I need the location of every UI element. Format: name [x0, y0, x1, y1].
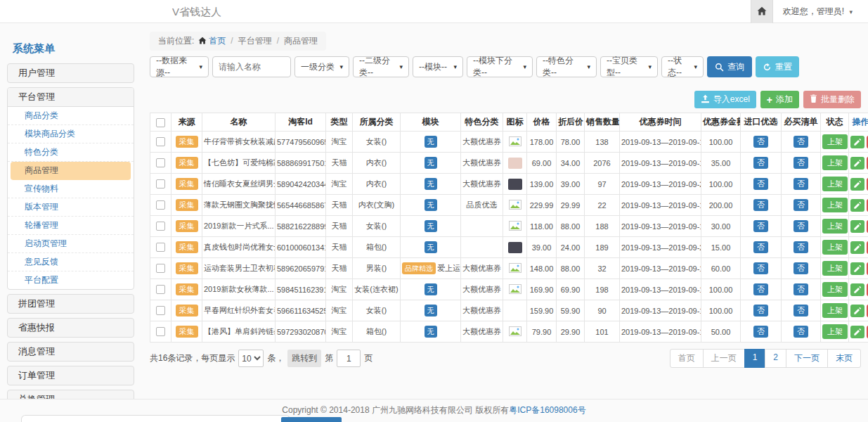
- edit-button[interactable]: [850, 199, 864, 212]
- sidebar-item-特色分类[interactable]: 特色分类: [8, 143, 134, 162]
- product-category: 女装(): [353, 216, 401, 237]
- select-all-checkbox[interactable]: [156, 118, 165, 127]
- import-select-toggle[interactable]: 否: [753, 262, 768, 274]
- import-select-toggle[interactable]: 否: [753, 178, 768, 190]
- row-checkbox[interactable]: [156, 327, 165, 336]
- row-checkbox[interactable]: [156, 222, 165, 231]
- edit-button[interactable]: [850, 220, 864, 233]
- jump-page-input[interactable]: [337, 350, 361, 367]
- sidebar-item-轮播管理[interactable]: 轮播管理: [8, 217, 134, 235]
- status-cell: 上架: [821, 279, 849, 300]
- status-button[interactable]: 上架: [822, 240, 848, 255]
- feature-category-select[interactable]: --特色分类--▾: [536, 56, 597, 77]
- row-checkbox[interactable]: [156, 158, 165, 167]
- must-buy-toggle[interactable]: 否: [793, 305, 808, 316]
- row-checkbox[interactable]: [156, 137, 165, 146]
- data-source-select[interactable]: --数据来源--▾: [150, 56, 209, 77]
- pager-2[interactable]: 2: [765, 349, 786, 368]
- sidebar-group-用户管理[interactable]: 用户管理: [7, 63, 134, 83]
- import-select-toggle[interactable]: 否: [753, 136, 768, 148]
- status-button[interactable]: 上架: [822, 198, 848, 212]
- status-button[interactable]: 上架: [822, 324, 848, 339]
- must-buy-toggle[interactable]: 否: [793, 199, 808, 211]
- must-buy-toggle[interactable]: 否: [793, 220, 808, 232]
- sidebar-item-宣传物料[interactable]: 宣传物料: [8, 180, 134, 198]
- edit-button[interactable]: [850, 136, 864, 148]
- import-select-toggle[interactable]: 否: [753, 157, 768, 169]
- pager-首页[interactable]: 首页: [670, 349, 704, 368]
- status-button[interactable]: 上架: [822, 219, 848, 234]
- row-checkbox[interactable]: [156, 285, 165, 294]
- sidebar-item-意见反馈[interactable]: 意见反馈: [8, 253, 134, 271]
- sidebar-item-模块商品分类[interactable]: 模块商品分类: [8, 125, 134, 143]
- edit-button[interactable]: [850, 157, 864, 170]
- sidebar-item-平台配置[interactable]: 平台配置: [8, 271, 134, 289]
- reset-button[interactable]: 重置: [756, 56, 799, 77]
- sidebar-item-版本管理[interactable]: 版本管理: [8, 198, 134, 217]
- must-buy-toggle[interactable]: 否: [793, 136, 808, 148]
- must-buy-toggle[interactable]: 否: [793, 241, 808, 253]
- item-type-select[interactable]: --宝贝类型--▾: [600, 56, 658, 77]
- search-button[interactable]: 查询: [707, 56, 752, 77]
- module-sub-select[interactable]: --模块下分类--▾: [467, 56, 533, 77]
- category2-select[interactable]: --二级分类--▾: [353, 56, 409, 77]
- feature-category-select-value: --特色分类--: [543, 55, 583, 79]
- user-menu[interactable]: 欢迎您，管理员! ▾: [773, 6, 868, 18]
- batch-delete-button[interactable]: 批量删除: [803, 91, 861, 108]
- edit-button[interactable]: [850, 283, 864, 296]
- row-checkbox[interactable]: [156, 264, 165, 273]
- must-buy-toggle[interactable]: 否: [793, 262, 808, 274]
- status-button[interactable]: 上架: [822, 282, 848, 297]
- search-label: 查询: [727, 61, 744, 73]
- must-buy-toggle[interactable]: 否: [793, 178, 808, 190]
- import-select-toggle[interactable]: 否: [753, 220, 768, 232]
- edit-button[interactable]: [850, 326, 864, 338]
- sidebar-item-商品管理[interactable]: 商品管理: [11, 162, 131, 180]
- sidebar-group-订单管理[interactable]: 订单管理: [7, 366, 134, 385]
- must-buy-toggle[interactable]: 否: [793, 157, 808, 169]
- breadcrumb-home-link[interactable]: 首页: [209, 36, 226, 46]
- row-checkbox[interactable]: [156, 243, 165, 252]
- import-select-toggle[interactable]: 否: [753, 305, 768, 316]
- status-button[interactable]: 上架: [822, 177, 848, 191]
- edit-button[interactable]: [850, 178, 864, 191]
- icp-link[interactable]: 粤ICP备16098006号: [509, 405, 585, 415]
- status-select[interactable]: --状态--▾: [661, 56, 704, 77]
- edit-button[interactable]: [850, 262, 864, 275]
- status-button[interactable]: 上架: [822, 155, 848, 170]
- sidebar-item-商品分类[interactable]: 商品分类: [8, 107, 134, 125]
- import-excel-button[interactable]: 导入excel: [694, 91, 756, 108]
- jump-button[interactable]: 跳转到: [287, 350, 321, 367]
- sidebar-group-拼团管理[interactable]: 拼团管理: [7, 294, 134, 314]
- sidebar-group-兑换管理[interactable]: 兑换管理: [7, 390, 134, 399]
- edit-button[interactable]: [850, 241, 864, 254]
- status-button[interactable]: 上架: [822, 303, 848, 318]
- pager-下一页[interactable]: 下一页: [786, 349, 828, 368]
- row-checkbox[interactable]: [156, 179, 165, 188]
- add-button[interactable]: + 添加: [760, 91, 799, 108]
- edit-button[interactable]: [850, 305, 864, 317]
- per-page-select[interactable]: 10: [238, 350, 264, 367]
- import-select-toggle[interactable]: 否: [753, 199, 768, 211]
- sidebar-group-消息管理[interactable]: 消息管理: [7, 342, 134, 362]
- import-select-toggle[interactable]: 否: [753, 241, 768, 253]
- category1-select[interactable]: 一级分类▾: [294, 56, 349, 77]
- status-button[interactable]: 上架: [822, 134, 848, 149]
- sidebar-group-平台管理[interactable]: 平台管理: [8, 88, 134, 107]
- name-search-input[interactable]: [212, 56, 291, 77]
- status-button[interactable]: 上架: [822, 261, 848, 276]
- row-checkbox[interactable]: [156, 306, 165, 315]
- import-select-toggle[interactable]: 否: [753, 326, 768, 338]
- sidebar-group-省惠快报[interactable]: 省惠快报: [7, 318, 134, 338]
- pager-1[interactable]: 1: [744, 349, 766, 368]
- module-select[interactable]: --模块--▾: [413, 56, 463, 77]
- app-title: V省钱达人: [172, 0, 221, 23]
- must-buy-toggle[interactable]: 否: [793, 283, 808, 295]
- row-checkbox[interactable]: [156, 200, 165, 210]
- sidebar-item-启动页管理[interactable]: 启动页管理: [8, 235, 134, 253]
- import-select-toggle[interactable]: 否: [753, 283, 768, 295]
- home-button[interactable]: [751, 0, 773, 23]
- must-buy-toggle[interactable]: 否: [793, 326, 808, 338]
- pager-上一页[interactable]: 上一页: [703, 349, 745, 368]
- pager-末页[interactable]: 末页: [827, 349, 861, 368]
